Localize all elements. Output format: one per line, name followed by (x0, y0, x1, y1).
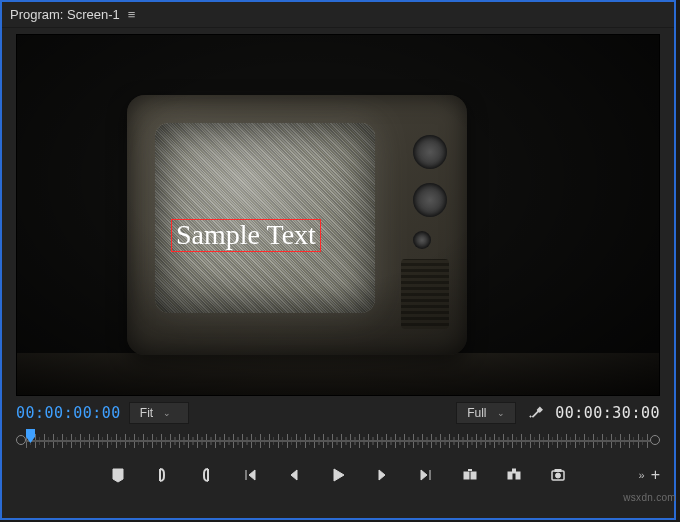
button-editor-plus-icon[interactable]: + (651, 466, 660, 484)
chevron-down-icon: ⌄ (497, 408, 505, 418)
ruler-track (26, 440, 650, 442)
export-frame-button[interactable] (545, 462, 571, 488)
viewer-container: Sample Text (2, 28, 674, 398)
viewer-controls-row: 00:00:00:00 Fit ⌄ Full ⌄ 00:00:30:00 (2, 398, 674, 428)
svg-rect-2 (508, 472, 512, 479)
svg-rect-0 (464, 472, 469, 479)
add-marker-button[interactable] (105, 462, 131, 488)
panel-title: Program: Screen-1 (10, 7, 120, 22)
svg-rect-7 (555, 470, 561, 472)
ruler-zoom-handle-left[interactable] (16, 435, 26, 445)
scene-tv-speaker (401, 259, 449, 329)
button-editor-cluster: » + (639, 454, 660, 496)
zoom-dropdown[interactable]: Fit ⌄ (129, 402, 189, 424)
chevron-down-icon: ⌄ (163, 408, 171, 418)
extract-button[interactable] (501, 462, 527, 488)
go-to-in-button[interactable] (237, 462, 263, 488)
resolution-dropdown[interactable]: Full ⌄ (456, 402, 516, 424)
scene-tv-knobs (413, 135, 447, 249)
mark-out-button[interactable] (193, 462, 219, 488)
step-forward-button[interactable] (369, 462, 395, 488)
scene-shelf (17, 353, 659, 396)
time-ruler-row (2, 428, 674, 454)
program-monitor-panel: Program: Screen-1 ≡ Sample Text 00:00:00… (0, 0, 676, 520)
scene-tv-screen (155, 123, 375, 313)
duration-timecode[interactable]: 00:00:30:00 (555, 404, 660, 422)
settings-wrench-icon[interactable] (524, 404, 547, 422)
panel-menu-icon[interactable]: ≡ (128, 7, 136, 22)
svg-rect-4 (513, 469, 516, 473)
transport-row: » + (2, 454, 674, 496)
current-timecode[interactable]: 00:00:00:00 (16, 404, 121, 422)
svg-rect-3 (516, 472, 520, 479)
zoom-dropdown-label: Fit (140, 406, 153, 420)
panel-header: Program: Screen-1 ≡ (2, 2, 674, 28)
svg-rect-1 (471, 472, 476, 479)
program-viewer[interactable]: Sample Text (16, 34, 660, 396)
time-ruler[interactable] (16, 431, 660, 451)
go-to-out-button[interactable] (413, 462, 439, 488)
step-back-button[interactable] (281, 462, 307, 488)
lift-button[interactable] (457, 462, 483, 488)
title-text-box[interactable]: Sample Text (171, 219, 321, 252)
resolution-dropdown-label: Full (467, 406, 486, 420)
mark-in-button[interactable] (149, 462, 175, 488)
play-button[interactable] (325, 462, 351, 488)
expand-icon[interactable]: » (639, 469, 643, 481)
svg-point-6 (556, 473, 561, 478)
ruler-zoom-handle-right[interactable] (650, 435, 660, 445)
